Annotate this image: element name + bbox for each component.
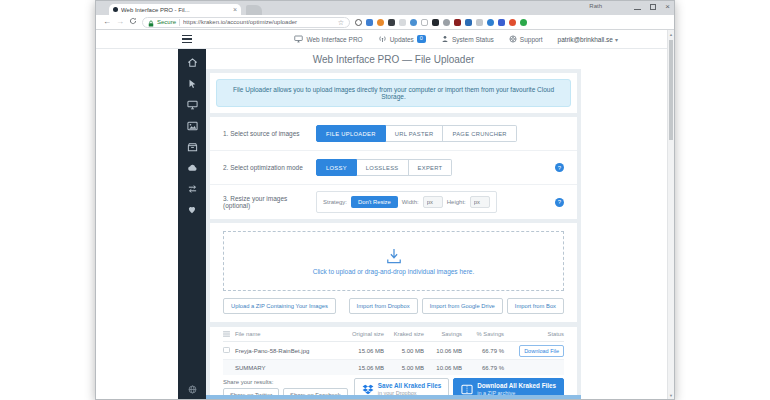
tab-lossless[interactable]: LOSSLESS — [357, 159, 409, 176]
nav-label: System Status — [452, 36, 494, 43]
page-title: Web Interface PRO — File Uploader — [206, 49, 581, 69]
screen-icon — [187, 100, 198, 110]
nav-system-status[interactable]: System Status — [441, 35, 494, 43]
tab-url-paster[interactable]: URL PASTER — [386, 125, 444, 142]
dropbox-icon — [362, 384, 374, 395]
summary-savings: 10.06 MB — [424, 365, 462, 371]
width-input[interactable] — [423, 196, 443, 208]
file-thumbnail-icon — [223, 347, 235, 354]
sidebar-item-favorites[interactable] — [187, 204, 198, 215]
scrollbar-thumb[interactable] — [669, 40, 673, 140]
nav-web-interface-pro[interactable]: Web Interface PRO — [294, 35, 362, 43]
import-box-button[interactable]: Import from Box — [507, 298, 564, 314]
import-google-drive-button[interactable]: Import from Google Drive — [422, 298, 503, 314]
height-input[interactable] — [470, 196, 490, 208]
browser-tab[interactable]: Web Interface PRO - Fil... × — [109, 4, 241, 15]
broadcast-icon — [378, 35, 387, 43]
extension-icon[interactable] — [465, 19, 472, 26]
secure-label: Secure — [157, 19, 176, 25]
sidebar-item-cloud[interactable] — [187, 162, 198, 173]
extension-icon[interactable] — [443, 19, 450, 26]
forward-icon[interactable]: → — [116, 18, 124, 26]
browser-profile-name[interactable]: Rath — [589, 3, 602, 9]
url-divider — [179, 19, 180, 26]
extension-icon[interactable] — [476, 19, 483, 26]
extension-icon[interactable] — [388, 19, 395, 26]
nav-items: Web Interface PRO Updates 0 System Statu… — [294, 35, 618, 43]
extension-icon[interactable] — [487, 19, 494, 26]
hamburger-menu-icon[interactable] — [182, 35, 192, 44]
cell-file-name: Freyja-Pano-58-RainBet.jpg — [235, 348, 328, 354]
nav-label: Web Interface PRO — [306, 36, 362, 43]
extension-icon[interactable] — [410, 19, 417, 26]
tab-lossy[interactable]: LOSSY — [316, 159, 357, 176]
bookmark-star-icon[interactable]: ☆ — [338, 19, 344, 26]
sidebar-item-home[interactable] — [187, 57, 198, 68]
user-menu[interactable]: patrik@brinkhall.se ▾ — [558, 36, 618, 43]
help-icon[interactable]: ? — [555, 163, 564, 172]
sidebar-item-archive[interactable] — [187, 141, 198, 152]
extension-icon[interactable] — [355, 19, 362, 26]
col-kraked-size: Kraked size — [384, 331, 424, 337]
sidebar-item-screen[interactable] — [187, 99, 198, 110]
maximize-icon[interactable] — [650, 4, 656, 10]
col-pct-savings: % Savings — [462, 331, 504, 337]
extension-icon[interactable] — [421, 19, 428, 26]
tab-page-cruncher[interactable]: PAGE CRUNCHER — [443, 125, 516, 142]
width-label: Width: — [402, 199, 419, 205]
tab-close-icon[interactable]: × — [233, 6, 237, 13]
mode-row: 2. Select optimization mode LOSSY LOSSLE… — [210, 151, 577, 185]
scroll-down-icon[interactable]: ▼ — [668, 391, 674, 399]
sidebar — [178, 49, 206, 399]
dropzone[interactable]: Click to upload or drag-and-drop individ… — [223, 231, 564, 291]
extension-icon[interactable] — [377, 19, 384, 26]
col-status: Status — [504, 331, 564, 337]
summary-original: 15.06 MB — [328, 365, 384, 371]
scroll-up-icon[interactable]: ▲ — [668, 30, 674, 38]
extension-icon[interactable] — [520, 19, 527, 26]
extension-icon[interactable] — [366, 19, 373, 26]
extension-icon[interactable] — [399, 19, 406, 26]
new-tab-button[interactable] — [246, 5, 262, 15]
main-content: Web Interface PRO — File Uploader File U… — [206, 49, 581, 399]
tab-expert[interactable]: EXPERT — [409, 159, 453, 176]
url-field[interactable]: Secure https://kraken.io/account/optimiz… — [142, 17, 350, 28]
tab-title: Web Interface PRO - Fil... — [121, 7, 230, 13]
pointer-icon — [187, 79, 197, 89]
extension-icon[interactable] — [432, 19, 439, 26]
resize-controls: Strategy: Don't Resize Width: Height: — [316, 191, 497, 213]
help-icon[interactable]: ? — [555, 198, 564, 207]
back-icon[interactable]: ← — [103, 18, 111, 26]
nav-support[interactable]: Support — [509, 35, 543, 43]
summary-label: SUMMARY — [235, 365, 328, 371]
upload-zip-button[interactable]: Upload a ZIP Containing Your Images — [223, 298, 336, 314]
tab-file-uploader[interactable]: FILE UPLOADER — [316, 125, 386, 142]
col-savings: Savings — [424, 331, 462, 337]
col-file-name: File name — [235, 331, 328, 337]
extension-icon[interactable] — [509, 19, 516, 26]
import-dropbox-button[interactable]: Import from Dropbox — [349, 298, 418, 314]
footer-strip — [206, 395, 581, 399]
scrollbar[interactable]: ▲ ▼ — [667, 30, 674, 399]
refresh-icon[interactable] — [129, 17, 137, 27]
cell-savings: 10.06 MB — [424, 348, 462, 354]
desktop: Web Interface PRO - Fil... × Rath × ← → — [0, 0, 770, 400]
sidebar-item-images[interactable] — [187, 120, 198, 131]
sidebar-item-globe[interactable] — [178, 385, 206, 394]
minimize-icon[interactable] — [634, 9, 641, 10]
save-all-title: Save All Kraked Files — [378, 382, 441, 390]
home-icon — [187, 57, 198, 68]
top-navbar: Web Interface PRO Updates 0 System Statu… — [96, 30, 674, 49]
source-options: FILE UPLOADER URL PASTER PAGE CRUNCHER — [316, 125, 517, 142]
close-icon[interactable]: × — [665, 3, 670, 11]
sidebar-item-transfer[interactable] — [187, 183, 198, 194]
sidebar-item-pointer[interactable] — [187, 78, 198, 89]
download-file-button[interactable]: Download File — [519, 345, 564, 357]
import-row: Upload a ZIP Containing Your Images Impo… — [223, 298, 564, 314]
table-row: Freyja-Pano-58-RainBet.jpg 15.06 MB 5.00… — [223, 342, 564, 360]
extension-icon[interactable] — [498, 19, 505, 26]
nav-updates[interactable]: Updates 0 — [378, 35, 426, 43]
info-card: File Uploader allows you to upload image… — [210, 73, 577, 113]
extension-icon[interactable] — [454, 19, 461, 26]
strategy-dropdown[interactable]: Don't Resize — [351, 196, 398, 208]
